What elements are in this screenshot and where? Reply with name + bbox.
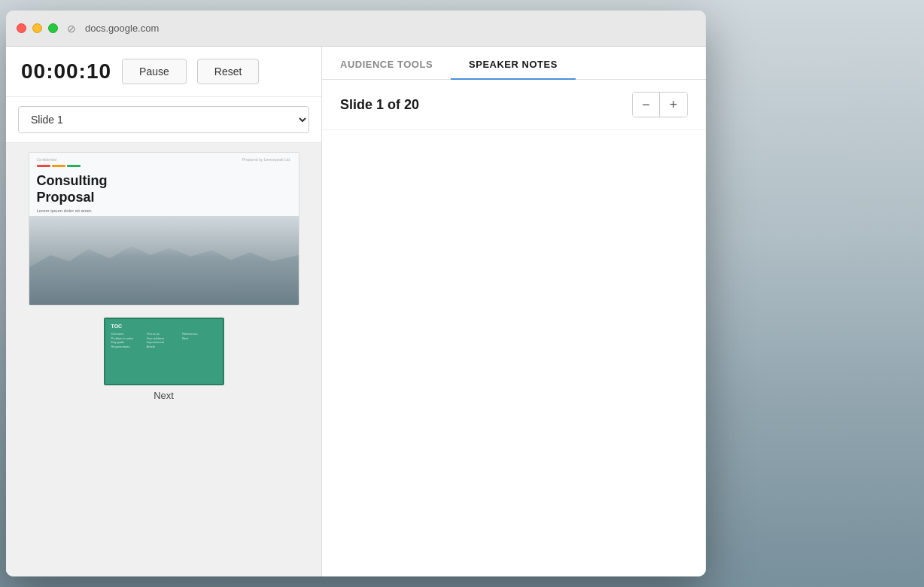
timer-display: 00:00:10	[21, 59, 111, 84]
next-slide-content: TOC OverviewProblem to solveKey goalsReq…	[105, 319, 223, 353]
pause-button[interactable]: Pause	[122, 59, 187, 84]
left-panel: 00:00:10 Pause Reset Slide 1 Slide 2 Sli…	[6, 47, 322, 576]
slide-info-title: Slide 1 of 20	[340, 97, 419, 113]
slide-topbar-left: Confidential	[37, 157, 56, 162]
color-bar-red	[37, 165, 50, 167]
slides-area: Confidential Prepared by Lemonpeak Ltd. …	[6, 143, 321, 576]
toc-title: TOC	[111, 324, 217, 329]
next-slide-wrapper: TOC OverviewProblem to solveKey goalsReq…	[104, 318, 224, 401]
notes-area	[322, 130, 706, 576]
slide-thumb-current: Confidential Prepared by Lemonpeak Ltd. …	[29, 153, 299, 305]
color-bar-green	[67, 165, 81, 167]
slide-topbar: Confidential Prepared by Lemonpeak Ltd.	[29, 153, 299, 165]
traffic-lights	[17, 23, 58, 33]
color-bar-yellow	[52, 165, 65, 167]
slide-subtitle: Lorem ipsum dolor sit amet.	[29, 208, 299, 213]
slide-selector-row: Slide 1 Slide 2 Slide 3 Slide 4 Slide 5	[6, 97, 321, 143]
zoom-controls: − +	[632, 92, 688, 117]
next-label: Next	[153, 390, 174, 401]
right-panel: AUDIENCE TOOLS SPEAKER NOTES Slide 1 of …	[322, 47, 706, 576]
toc-grid: OverviewProblem to solveKey goalsRequire…	[111, 332, 217, 348]
reset-button[interactable]: Reset	[197, 59, 260, 84]
zoom-in-button[interactable]: +	[660, 93, 687, 117]
minimize-button[interactable]	[32, 23, 42, 33]
titlebar: ⊘ docs.google.com	[6, 11, 706, 47]
color-bars	[29, 165, 299, 167]
slide-selector[interactable]: Slide 1 Slide 2 Slide 3 Slide 4 Slide 5	[18, 106, 309, 133]
tab-speaker-notes[interactable]: SPEAKER NOTES	[451, 47, 576, 79]
slide-info-row: Slide 1 of 20 − +	[322, 80, 706, 130]
slide-content: Confidential Prepared by Lemonpeak Ltd. …	[29, 153, 299, 305]
zoom-out-button[interactable]: −	[633, 93, 660, 117]
slide-title: Consulting Proposal	[29, 170, 299, 207]
toc-item-2: This is usYour addressImprovementArticle	[147, 332, 181, 348]
timer-row: 00:00:10 Pause Reset	[6, 47, 321, 97]
close-button[interactable]	[17, 23, 26, 33]
toc-item-3: ReferencesNext	[182, 332, 216, 348]
tab-audience-tools[interactable]: AUDIENCE TOOLS	[322, 47, 451, 79]
url-display: docs.google.com	[85, 23, 159, 34]
next-slide-thumbnail[interactable]: TOC OverviewProblem to solveKey goalsReq…	[104, 318, 224, 385]
slide-mountain-image	[29, 216, 299, 305]
fullscreen-button[interactable]	[48, 23, 58, 33]
tabs-row: AUDIENCE TOOLS SPEAKER NOTES	[322, 47, 706, 80]
page-icon: ⊘	[67, 23, 79, 35]
slide-topbar-right: Prepared by Lemonpeak Ltd.	[242, 157, 291, 162]
app-window: ⊘ docs.google.com 00:00:10 Pause Reset S…	[6, 11, 706, 576]
main-content: 00:00:10 Pause Reset Slide 1 Slide 2 Sli…	[6, 47, 706, 576]
toc-item-1: OverviewProblem to solveKey goalsRequire…	[111, 332, 145, 348]
current-slide-thumbnail[interactable]: Confidential Prepared by Lemonpeak Ltd. …	[29, 152, 299, 306]
